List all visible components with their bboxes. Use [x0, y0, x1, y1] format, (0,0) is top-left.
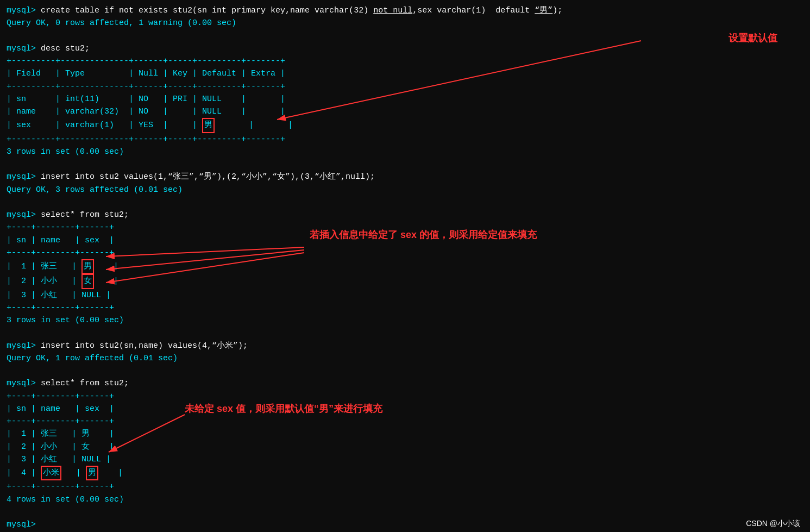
- annotation-if-given: 若插入信息中给定了 sex 的值，则采用给定值来填充: [310, 228, 537, 241]
- terminal: mysql> create table if not exists stu2(s…: [0, 0, 810, 532]
- result-line-5: Query OK, 1 row affected (0.01 sec): [7, 352, 803, 365]
- table1-border-top: +---------+--------------+------+-----+-…: [7, 55, 803, 67]
- table1-header: | Field | Type | Null | Key | Default | …: [7, 67, 803, 80]
- footer-text: CSDN @小小该: [746, 519, 800, 529]
- sex-value-2-box: 女: [81, 274, 94, 289]
- blank-2: [7, 158, 803, 171]
- cmd-line-7: mysql>: [7, 518, 803, 531]
- cmd-line-6: mysql> select* from stu2;: [7, 377, 803, 390]
- result-line-3: Query OK, 3 rows affected (0.01 sec): [7, 184, 803, 196]
- cmd-line-4: mysql> select* from stu2;: [7, 209, 803, 221]
- result-line-2: 3 rows in set (0.00 sec): [7, 146, 803, 158]
- result-line-4: 3 rows in set (0.00 sec): [7, 314, 803, 327]
- result-line-1: Query OK, 0 rows affected, 1 warning (0.…: [7, 17, 803, 29]
- table2-border-bot: +----+--------+------+: [7, 302, 803, 314]
- table3-row-4: | 4 | 小米 | 男 |: [7, 466, 803, 480]
- sex-default-box: 男: [86, 466, 98, 480]
- blank-5: [7, 365, 803, 377]
- sex-value-1-box: 男: [81, 259, 94, 274]
- blank-6: [7, 506, 803, 518]
- table1-border-mid: +---------+--------------+------+-----+-…: [7, 80, 803, 93]
- table3-border-top: +----+--------+------+: [7, 390, 803, 403]
- table2-row-2: | 2 | 小小 | 女 |: [7, 274, 803, 289]
- table3-border-mid: +----+--------+------+: [7, 415, 803, 428]
- table2-border-mid: +----+--------+------+: [7, 247, 803, 259]
- table1-row-name: | name | varchar(32) | NO | | NULL | |: [7, 105, 803, 118]
- annotation-if-not-given: 未给定 sex 值，则采用默认值“男”来进行填充: [185, 402, 382, 415]
- table1-row-sn: | sn | int(11) | NO | PRI | NULL | |: [7, 93, 803, 105]
- table3-row-1: | 1 | 张三 | 男 |: [7, 428, 803, 440]
- result-line-6: 4 rows in set (0.00 sec): [7, 493, 803, 506]
- table3-row-3: | 3 | 小红 | NULL |: [7, 453, 803, 466]
- cmd-line-5: mysql> insert into stu2(sn,name) values(…: [7, 340, 803, 352]
- table3-row-2: | 2 | 小小 | 女 |: [7, 441, 803, 453]
- annotation-set-default: 设置默认值: [729, 32, 777, 45]
- blank-3: [7, 196, 803, 209]
- default-value-box: 男: [202, 118, 215, 133]
- cmd-line-2: mysql> desc stu2;: [7, 42, 803, 55]
- table1-row-sex: | sex | varchar(1) | YES | | 男 | |: [7, 118, 803, 133]
- blank-4: [7, 327, 803, 339]
- table2-row-3: | 3 | 小红 | NULL |: [7, 289, 803, 302]
- xiaomi-box: 小米: [41, 466, 61, 480]
- table3-header: | sn | name | sex |: [7, 403, 803, 415]
- table1-border-bot: +---------+--------------+------+-----+-…: [7, 133, 803, 146]
- table3-border-bot: +----+--------+------+: [7, 480, 803, 493]
- table2-row-1: | 1 | 张三 | 男 |: [7, 259, 803, 274]
- cmd-line-1: mysql> create table if not exists stu2(s…: [7, 4, 803, 17]
- blank-1: [7, 30, 803, 42]
- cmd-line-3: mysql> insert into stu2 values(1,“张三”,“男…: [7, 171, 803, 183]
